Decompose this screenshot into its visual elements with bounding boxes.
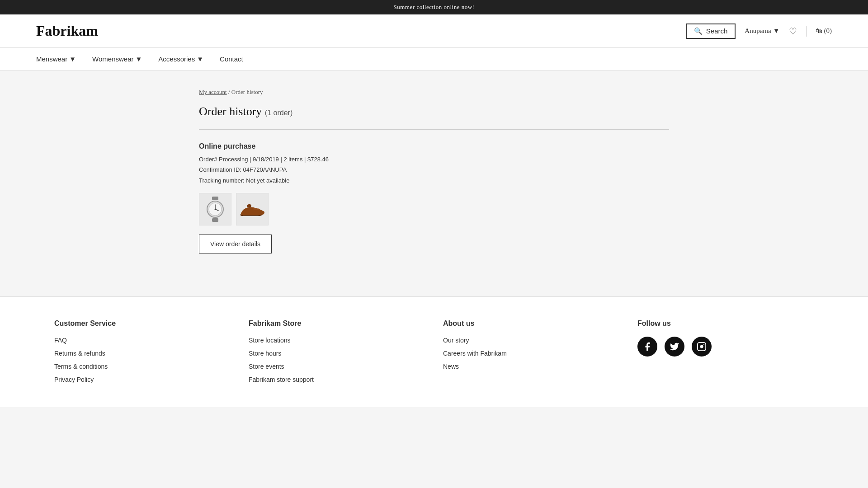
footer-col-about: About us Our story Careers with Fabrikam… (443, 319, 619, 389)
chevron-down-icon: ▼ (773, 27, 780, 35)
list-item: FAQ (54, 337, 231, 344)
order-number-label: Order# (199, 156, 219, 163)
order-total: $728.46 (307, 156, 329, 163)
order-total-separator: | (304, 156, 307, 163)
header-right: 🔍 Search Anupama ▼ ♡ 🛍 (0) (686, 23, 832, 39)
footer-link-store-locations[interactable]: Store locations (249, 337, 291, 344)
footer-link-careers[interactable]: Careers with Fabrikam (443, 350, 507, 357)
svg-point-7 (253, 208, 259, 210)
order-type: Online purchase (199, 142, 669, 150)
view-order-button[interactable]: View order details (199, 235, 272, 253)
tracking-value: Not yet available (246, 177, 289, 184)
tracking-label: Tracking number: (199, 177, 245, 184)
footer-link-terms[interactable]: Terms & conditions (54, 363, 108, 370)
order-date-separator: | (250, 156, 253, 163)
list-item: Privacy Policy (54, 376, 231, 384)
search-icon: 🔍 (694, 27, 703, 35)
instagram-icon (697, 342, 707, 352)
nav-item-contact[interactable]: Contact (220, 48, 243, 70)
search-box: 🔍 Search (686, 23, 736, 39)
order-summary-line: Order# Processing | 9/18/2019 | 2 items … (199, 154, 669, 164)
list-item: Terms & conditions (54, 363, 231, 371)
chevron-down-icon: ▼ (69, 55, 76, 63)
footer: Customer Service FAQ Returns & refunds T… (0, 296, 868, 407)
nav-item-womenswear[interactable]: Womenswear ▼ (92, 48, 142, 70)
footer-heading-customer-service: Customer Service (54, 319, 231, 328)
header: Fabrikam 🔍 Search Anupama ▼ ♡ 🛍 (0) (0, 14, 868, 48)
product-thumb-shoe[interactable] (236, 193, 269, 225)
footer-link-returns[interactable]: Returns & refunds (54, 350, 105, 357)
breadcrumb-current: Order history (231, 89, 263, 95)
top-bar: Summer collection online now! (0, 0, 868, 14)
list-item: News (443, 363, 619, 371)
footer-link-store-hours[interactable]: Store hours (249, 350, 281, 357)
footer-col-social: Follow us (637, 319, 814, 389)
nav-link-womenswear[interactable]: Womenswear ▼ (92, 48, 142, 70)
list-item: Our story (443, 337, 619, 344)
watch-icon (202, 196, 229, 223)
list-item: Store events (249, 363, 425, 371)
shoe-icon (239, 200, 266, 218)
nav-item-accessories[interactable]: Accessories ▼ (158, 48, 203, 70)
list-item: Store locations (249, 337, 425, 344)
order-items: 2 items (283, 156, 302, 163)
search-label[interactable]: Search (706, 27, 728, 35)
main-nav: Menswear ▼ Womenswear ▼ Accessories ▼ Co… (0, 48, 868, 70)
facebook-button[interactable] (637, 337, 657, 357)
footer-col-store: Fabrikam Store Store locations Store hou… (249, 319, 425, 389)
cart-count: (0) (824, 27, 832, 35)
svg-point-6 (215, 209, 216, 210)
confirmation-id: 04F720AANUPA (243, 166, 287, 173)
user-label: Anupama (745, 27, 771, 35)
twitter-button[interactable] (665, 337, 684, 357)
main-content: My account / Order history Order history… (163, 70, 705, 296)
cart-icon: 🛍 (816, 27, 822, 35)
svg-rect-1 (212, 218, 218, 222)
user-menu-button[interactable]: Anupama ▼ (745, 27, 779, 35)
list-item: Returns & refunds (54, 350, 231, 357)
list-item: Store hours (249, 350, 425, 357)
wishlist-button[interactable]: ♡ (789, 26, 797, 37)
footer-heading-follow: Follow us (637, 319, 814, 328)
breadcrumb-separator: / (228, 89, 231, 95)
product-images (199, 193, 669, 225)
chevron-down-icon: ▼ (197, 55, 203, 63)
footer-col-customer-service: Customer Service FAQ Returns & refunds T… (54, 319, 231, 389)
list-item: Fabrikam store support (249, 376, 425, 384)
instagram-button[interactable] (692, 337, 712, 357)
nav-link-menswear[interactable]: Menswear ▼ (36, 48, 76, 70)
footer-grid: Customer Service FAQ Returns & refunds T… (54, 319, 814, 389)
top-bar-message: Summer collection online now! (394, 4, 475, 10)
breadcrumb-parent[interactable]: My account (199, 89, 227, 95)
facebook-icon (642, 342, 652, 352)
footer-link-privacy[interactable]: Privacy Policy (54, 376, 94, 383)
social-icons (637, 337, 814, 357)
svg-rect-0 (212, 197, 218, 200)
page-title: Order history (1 order) (199, 105, 669, 118)
footer-link-store-support[interactable]: Fabrikam store support (249, 376, 314, 383)
order-date: 9/18/2019 (253, 156, 279, 163)
footer-link-store-events[interactable]: Store events (249, 363, 284, 370)
tracking-line: Tracking number: Not yet available (199, 175, 669, 186)
nav-link-contact[interactable]: Contact (220, 48, 243, 70)
order-count: (1 order) (265, 109, 292, 117)
footer-heading-about: About us (443, 319, 619, 328)
chevron-down-icon: ▼ (135, 55, 142, 63)
footer-link-our-story[interactable]: Our story (443, 337, 469, 344)
confirmation-line: Confirmation ID: 04F720AANUPA (199, 164, 669, 175)
footer-heading-store: Fabrikam Store (249, 319, 425, 328)
order-card: Online purchase Order# Processing | 9/18… (199, 142, 669, 253)
product-thumb-watch[interactable] (199, 193, 231, 225)
footer-link-news[interactable]: News (443, 363, 459, 370)
nav-item-menswear[interactable]: Menswear ▼ (36, 48, 76, 70)
title-divider (199, 129, 669, 130)
nav-link-accessories[interactable]: Accessories ▼ (158, 48, 203, 70)
order-status: Processing (219, 156, 248, 163)
header-divider (806, 26, 807, 37)
order-meta: Order# Processing | 9/18/2019 | 2 items … (199, 154, 669, 186)
footer-link-faq[interactable]: FAQ (54, 337, 67, 344)
list-item: Careers with Fabrikam (443, 350, 619, 357)
twitter-icon (670, 342, 679, 352)
logo[interactable]: Fabrikam (36, 23, 98, 39)
cart-button[interactable]: 🛍 (0) (816, 27, 832, 35)
